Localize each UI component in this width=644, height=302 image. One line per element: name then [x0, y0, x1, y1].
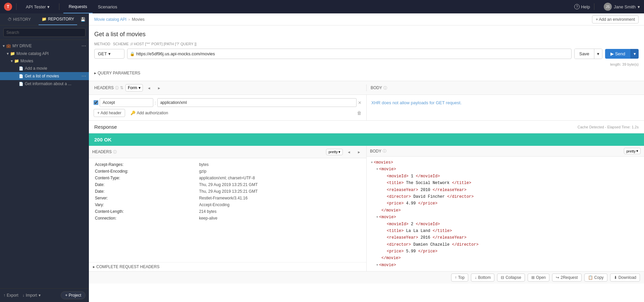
xml-toggle-movie2[interactable]: ▾: [376, 214, 378, 221]
header-checkbox-0[interactable]: [94, 100, 98, 105]
user-name: Jane Smith: [614, 4, 636, 9]
xml-movie2-fields: <movieId> 2 </movieId> <title> La La Lan…: [387, 221, 640, 255]
sidebar-tab-history-label: HISTORY: [13, 17, 31, 22]
sidebar-item-movies[interactable]: ▾ 📁 Movies: [0, 57, 89, 65]
resp-body-label-text: BODY: [370, 149, 381, 154]
resp-body-pretty-select[interactable]: pretty ▾: [624, 148, 641, 154]
header-key-0[interactable]: [100, 98, 153, 107]
tab-scenarios[interactable]: Scenarios: [93, 0, 123, 13]
send-chevron-button[interactable]: ▾: [631, 49, 639, 59]
method-label: METHOD: [94, 42, 110, 46]
import-button[interactable]: ↓ Import ▾: [22, 293, 41, 298]
sidebar-tab-repository[interactable]: 📁 REPOSITORY: [39, 13, 77, 25]
method-select[interactable]: GET ▾: [94, 49, 124, 59]
bottom-button[interactable]: ↓ Bottom: [471, 274, 494, 282]
sidebar-tab-bar: ⏱ HISTORY 📁 REPOSITORY 💾: [0, 13, 89, 25]
resp-header-key-8: Connection:: [94, 215, 197, 221]
xml-toggle-movie1[interactable]: ▾: [376, 166, 378, 173]
response-body-panel: BODY ⓘ pretty ▾ ▾ <: [367, 146, 644, 271]
my-drive-chevron: ▾: [3, 44, 5, 48]
resp-header-key-3: Date:: [94, 182, 197, 188]
xml-row-price2: <price> 5.99 </price>: [387, 248, 640, 255]
resp-headers-info: ⓘ: [113, 149, 117, 155]
resp-headers-pretty-chevron: ▾: [338, 150, 340, 154]
user-menu[interactable]: JS Jane Smith ▾: [604, 3, 640, 11]
resp-header-value-4: Thu, 29 Aug 2019 13:25:21 GMT: [198, 188, 362, 194]
copy-icon: 📋: [588, 275, 593, 280]
sidebar-item-get-information[interactable]: 📄 Get information about a ...: [0, 80, 89, 87]
delete-all-headers-button[interactable]: 🗑: [357, 110, 362, 116]
resp-headers-arrow-left[interactable]: ◂: [345, 148, 353, 156]
help-button[interactable]: ? Help: [574, 4, 590, 9]
section-divider: [366, 84, 367, 91]
resp-header-row-5: Server:Restlet-Framework/3.41.16: [94, 195, 362, 201]
download-button[interactable]: ⬇ Download: [610, 274, 640, 282]
item-more-btn[interactable]: ⋯: [82, 73, 86, 79]
resp-headers-arrow-right[interactable]: ▸: [355, 148, 363, 156]
response-headers-body: Accept-Ranges:bytesContent-Encoding:gzip…: [89, 158, 366, 262]
xml-row-movieId2: <movieId> 2 </movieId>: [387, 221, 640, 228]
add-project-button[interactable]: + Project: [61, 291, 86, 299]
xml-tag-movie3-open: <movie>: [379, 262, 396, 268]
header-delete-0[interactable]: ✕: [358, 100, 362, 105]
scheme-label: SCHEME :// HOST ['**' PORT] [PATH ['?' Q…: [113, 42, 639, 46]
top-button[interactable]: ↑ Top: [451, 274, 468, 282]
headers-arrow-left[interactable]: ◂: [145, 84, 153, 92]
send-button[interactable]: ▶ Send: [605, 49, 631, 59]
search-input[interactable]: [3, 28, 86, 37]
tab-requests[interactable]: Requests: [63, 0, 93, 13]
top-label: Top: [458, 275, 465, 280]
sidebar-tab-history[interactable]: ⏱ HISTORY: [0, 13, 39, 25]
headers-info-icon: ⓘ: [115, 85, 119, 90]
response-headers-label: HEADERS ⓘ: [92, 149, 117, 155]
my-drive-label: MY DRIVE: [12, 44, 32, 48]
save-button[interactable]: Save: [575, 49, 594, 59]
query-params-toggle[interactable]: ▸ QUERY PARAMETERS: [94, 69, 639, 75]
copy-button[interactable]: 📋 Copy: [584, 274, 607, 282]
headers-label-text: HEADERS: [94, 85, 114, 90]
top-nav: T API Tester ▾ Requests Scenarios ? Help…: [0, 0, 644, 13]
export-button[interactable]: ↑ Export: [3, 293, 18, 298]
my-drive-section[interactable]: ▾ 💼 MY DRIVE ⋯: [0, 42, 89, 50]
import-chevron: ▾: [39, 293, 41, 298]
response-body-content: ▾ <movies> ▾ <movie> <movieId> 1 </movie…: [367, 157, 644, 271]
file-icon-active: 📄: [19, 74, 23, 78]
collapse-button[interactable]: ⊟ Collapse: [497, 274, 525, 282]
resp-header-key-0: Accept-Ranges:: [94, 162, 197, 168]
app-name-label[interactable]: API Tester ▾: [20, 0, 55, 13]
sidebar-item-add-a-movie[interactable]: 📄 Add a movie: [0, 65, 89, 72]
resp-header-row-1: Content-Encoding:gzip: [94, 168, 362, 174]
header-value-0[interactable]: [157, 98, 357, 107]
xml-movie-3-partial: ▾ <movie>: [376, 262, 640, 268]
complete-request-headers-toggle[interactable]: ▸ COMPLETE REQUEST HEADERS: [89, 262, 366, 271]
sidebar-item-movie-catalog-api[interactable]: ▾ 📁 Movie catalog API: [0, 50, 89, 57]
xml-toggle-movies[interactable]: ▾: [371, 159, 373, 166]
movies-chevron: ▾: [11, 59, 13, 63]
query-params-label: QUERY PARAMETERS: [98, 71, 140, 75]
sidebar-search-area: [0, 25, 89, 40]
headers-arrow-right[interactable]: ▸: [155, 84, 163, 92]
resp-headers-pretty-select[interactable]: pretty ▾: [326, 149, 343, 155]
xml-toggle-movie3[interactable]: ▾: [376, 262, 378, 268]
headers-sort-icon[interactable]: ⇅: [120, 85, 123, 90]
my-drive-icon: 💼: [6, 44, 11, 48]
open-button[interactable]: ⊞ Open: [528, 274, 549, 282]
add-authorization-button[interactable]: 🔑 Add authorization: [130, 111, 168, 115]
help-icon: ?: [574, 4, 580, 9]
xml-row-title1: <title> The Social Network </title>: [387, 180, 640, 186]
form-select[interactable]: Form ▾: [125, 84, 143, 92]
response-headers-table: Accept-Ranges:bytesContent-Encoding:gzip…: [93, 161, 362, 222]
query-params-chevron: ▸: [94, 71, 96, 75]
to-request-label: 2Request: [560, 275, 578, 280]
my-drive-more[interactable]: ⋯: [82, 43, 86, 49]
to-request-button[interactable]: ↪ 2Request: [552, 274, 581, 282]
url-input[interactable]: [127, 49, 572, 59]
bottom-toolbar: ↑ Top ↓ Bottom ⊟ Collapse ⊞ Open: [89, 271, 644, 284]
sidebar-tab-save[interactable]: 💾: [77, 13, 89, 25]
resp-header-row-6: Vary:Accept-Encoding: [94, 202, 362, 208]
breadcrumb-parent[interactable]: Movie catalog API: [94, 17, 126, 22]
add-header-button[interactable]: + Add header: [94, 109, 125, 117]
sidebar-item-get-a-list-of-movies[interactable]: 📄 Get a list of movies ⋯: [0, 72, 89, 80]
add-environment-button[interactable]: + Add an environment: [592, 15, 639, 23]
save-chevron-button[interactable]: ▾: [594, 49, 602, 59]
